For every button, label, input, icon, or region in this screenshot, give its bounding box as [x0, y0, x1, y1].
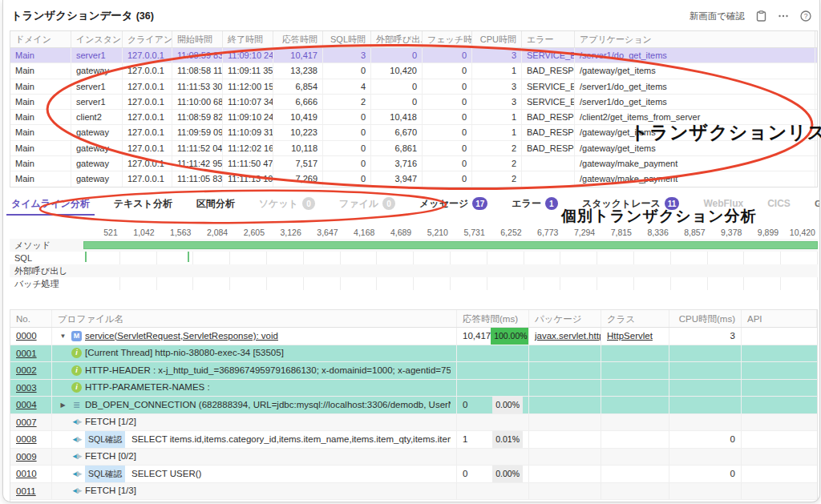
column-header[interactable]: アプリケーション [575, 31, 815, 47]
sql-confirm-badge[interactable]: SQL確認 [85, 466, 125, 482]
cpu-time-cell [669, 362, 742, 379]
tab-6[interactable]: エラー1 [512, 195, 558, 212]
column-header[interactable]: エラー [522, 31, 575, 47]
tab-9[interactable]: CICS [767, 195, 791, 212]
row-number-link[interactable]: 0011 [16, 486, 36, 496]
column-header[interactable]: 開始時間 [172, 31, 223, 47]
profile-row[interactable]: 0010◀▶SQL確認SELECT USER()00.00%0 [10, 466, 817, 483]
row-number-link[interactable]: 0004 [16, 400, 37, 409]
column-header[interactable]: 終了時間 [223, 31, 273, 47]
transaction-row[interactable]: Mainserver1127.0.0.111:10:00 68011:10:07… [10, 95, 817, 110]
row-number-link[interactable]: 0007 [16, 417, 37, 427]
transaction-cell: 7,517 [273, 156, 323, 171]
profile-row[interactable]: 0003iHTTP-PARAMETER-NAMES : [10, 380, 817, 397]
tab-8[interactable]: WebFlux [703, 195, 743, 212]
profile-row[interactable]: 0009◀▶FETCH [0/2] [10, 449, 817, 466]
row-number-link[interactable]: 0002 [16, 365, 37, 375]
more-icon[interactable] [778, 10, 789, 22]
profile-name[interactable]: service(ServletRequest,ServletResponse):… [85, 328, 278, 345]
tab-2[interactable]: 区間分析 [196, 195, 235, 212]
timeline-track[interactable] [83, 277, 818, 290]
sql-event-mark[interactable] [188, 252, 189, 262]
transaction-row[interactable]: Maingateway127.0.0.111:11:05 83611:11:13… [10, 171, 817, 187]
transaction-row[interactable]: Maingateway127.0.0.111:11:52 04211:12:02… [10, 141, 817, 156]
transaction-cell: 2 [472, 141, 522, 155]
help-icon[interactable]: ? [800, 10, 811, 22]
api-cell [742, 328, 817, 345]
column-header[interactable]: パッケージ [529, 310, 601, 327]
profile-row[interactable]: 0007◀▶FETCH [1/2] [10, 414, 817, 432]
column-header[interactable]: クラス [601, 310, 669, 327]
analysis-tabbar: タイムライン分析テキスト分析区間分析ソケット0ファイル0メッセージ17エラー1ス… [11, 193, 811, 214]
open-new-window-button[interactable]: 新画面で確認 [690, 10, 745, 22]
profile-row[interactable]: 0004▶≣DB_OPEN_CONNECTION (682888394, URL… [10, 397, 817, 414]
row-number-link[interactable]: 0008 [16, 434, 37, 444]
transaction-cell: 11:12:00 154 [223, 79, 273, 94]
column-header[interactable]: CPU時間 [472, 31, 522, 47]
tab-4[interactable]: ファイル0 [339, 195, 395, 212]
column-header[interactable]: 応答時間 [273, 31, 323, 47]
column-header[interactable]: SQL時間 [323, 31, 371, 47]
transaction-cell: 0 [323, 171, 371, 186]
timeline-tick: 2,605 [230, 226, 267, 239]
column-header[interactable]: No. [10, 310, 52, 327]
transaction-cell: 0 [371, 95, 423, 109]
transaction-row[interactable]: Maingateway127.0.0.111:08:58 11511:09:11… [10, 63, 817, 79]
transaction-row[interactable]: Mainserver1127.0.0.111:08:59 83011:09:10… [10, 48, 817, 63]
tab-1[interactable]: テキスト分析 [114, 195, 172, 212]
transaction-row[interactable]: Mainserver1127.0.0.111:11:53 30011:12:00… [10, 79, 817, 95]
column-header[interactable]: API [742, 310, 817, 327]
transaction-cell: Main [10, 171, 71, 186]
column-header[interactable]: クライアン... [123, 31, 172, 47]
response-time-cell [457, 362, 529, 379]
row-number-link[interactable]: 0009 [16, 452, 37, 462]
timeline-row: 外部呼び出し [10, 264, 818, 277]
transaction-row[interactable]: Maingateway127.0.0.111:11:42 95911:11:50… [10, 156, 817, 171]
column-header[interactable]: 応答時間(ms) [457, 310, 529, 327]
page-header: トランザクションデータ (36) 新画面で確認 ? [11, 6, 811, 26]
timeline-track[interactable] [83, 264, 818, 277]
column-header[interactable]: インスタンス [71, 31, 123, 47]
package-link[interactable]: javax.servlet.http [535, 331, 601, 341]
profile-row[interactable]: 0000▼Mservice(ServletRequest,ServletResp… [10, 328, 817, 345]
timeline-tick: 8,857 [671, 226, 708, 239]
timeline-tick: 9,899 [744, 226, 781, 239]
row-number-link[interactable]: 0010 [16, 469, 37, 478]
column-header[interactable]: CPU時間(ms) [669, 310, 742, 327]
column-header[interactable]: 外部呼び出... [371, 31, 423, 47]
package-cell [529, 431, 601, 448]
transaction-row[interactable]: Maingateway127.0.0.111:09:59 09311:10:09… [10, 125, 817, 140]
profile-row[interactable]: 0011◀▶FETCH [1/3] [10, 483, 817, 501]
column-header[interactable]: フェッチ時間 [423, 31, 472, 47]
tab-5[interactable]: メッセージ17 [419, 195, 487, 212]
method-duration-bar[interactable] [83, 241, 818, 249]
transaction-cell: gateway [71, 125, 123, 139]
column-header[interactable]: ドメイン [10, 31, 71, 47]
transaction-cell: BAD_RESPO... [522, 125, 575, 139]
timeline-track[interactable] [83, 239, 818, 252]
transaction-cell: Main [10, 141, 71, 155]
class-link[interactable]: HttpServlet [607, 331, 653, 341]
fetch-arrows-icon: ◀▶ [71, 451, 82, 462]
transaction-cell: /gateway/make_payment [575, 156, 815, 171]
sql-event-mark[interactable] [85, 252, 87, 262]
column-header[interactable]: プロファイル名 [52, 310, 457, 327]
tab-3[interactable]: ソケット0 [259, 195, 315, 212]
tab-0[interactable]: タイムライン分析 [11, 195, 90, 212]
row-number-link[interactable]: 0000 [16, 331, 37, 341]
transaction-cell: gateway [71, 141, 123, 155]
sql-confirm-badge[interactable]: SQL確認 [85, 431, 125, 448]
profile-row[interactable]: 0001i[Current Thread] http-nio-38080-exe… [10, 345, 817, 363]
expand-down-icon[interactable]: ▼ [58, 328, 68, 345]
profile-row[interactable]: 0002iHTTP-HEADER : x-j_http_tuid_=368967… [10, 362, 817, 380]
timeline-track[interactable] [83, 252, 818, 264]
expand-right-icon[interactable]: ▶ [58, 397, 68, 413]
clipboard-icon[interactable] [756, 10, 766, 22]
profile-row[interactable]: 0008◀▶SQL確認SELECT items.id,items.categor… [10, 431, 817, 449]
row-number-link[interactable]: 0003 [16, 383, 37, 393]
guid-button[interactable]: GUID [815, 199, 820, 208]
row-number-link[interactable]: 0001 [16, 349, 37, 358]
tab-7[interactable]: スタックトレース11 [582, 195, 680, 212]
transaction-cell: gateway [71, 156, 123, 171]
transaction-row[interactable]: Mainclient2127.0.0.111:08:59 82911:09:10… [10, 110, 817, 125]
